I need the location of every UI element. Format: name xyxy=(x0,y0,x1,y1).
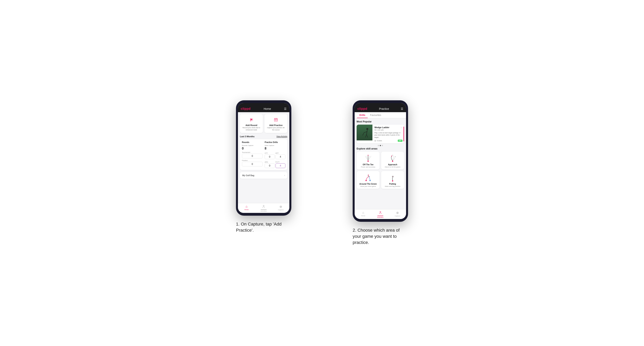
flag-icon xyxy=(248,116,255,123)
tab-favourites[interactable]: Favourites xyxy=(368,112,384,118)
svg-line-21 xyxy=(368,156,370,161)
app-logo-2: clippd xyxy=(358,107,367,111)
rounds-col: Rounds Rounds Capture 0 Tournament 0 Pra… xyxy=(242,141,263,168)
putt-value: 4 xyxy=(276,163,286,168)
nav-home-2[interactable]: ⌂ Home xyxy=(355,211,372,218)
phone2-section: clippd Practice ☰ Drills Favourites Most… xyxy=(330,100,431,245)
ott-value: 0 xyxy=(265,155,275,159)
golf-bag-row[interactable]: My Golf Bag › xyxy=(240,172,288,179)
svg-point-34 xyxy=(392,176,393,177)
period-label: Last 3 Months xyxy=(240,135,254,138)
putt-desc: Make and lag practice xyxy=(385,185,400,187)
featured-image xyxy=(356,125,372,140)
nav-activities[interactable]: Activities xyxy=(255,205,272,212)
view-activity-link[interactable]: View Activity xyxy=(276,136,288,138)
nav-home[interactable]: ⌂ Home xyxy=(238,205,255,212)
screen-content: Add Round Record your shots fast or enha… xyxy=(238,112,289,203)
skill-atg[interactable]: Around The Green Hone your short game xyxy=(356,171,380,189)
activities-icon-2 xyxy=(378,211,382,215)
tab-drills[interactable]: Drills xyxy=(357,112,368,118)
featured-content: Wedge Ladder ☆ 50–100 yds Play 1 shot at… xyxy=(372,125,404,143)
ott-name: Off The Tee xyxy=(363,164,374,166)
star-icon[interactable]: ☆ xyxy=(400,126,402,129)
svg-line-18 xyxy=(365,156,368,161)
svg-point-27 xyxy=(395,156,396,157)
tournament-value: 0 xyxy=(242,154,263,158)
approach-name: Approach xyxy=(388,164,397,166)
capture-icon-2: ⊕ xyxy=(396,211,399,215)
svg-point-6 xyxy=(276,120,276,121)
nav-capture-label: Capture xyxy=(278,209,284,211)
ott-label: OTT xyxy=(265,152,275,154)
featured-yardage: 50–100 yds xyxy=(374,129,402,131)
bottom-nav-1: ⌂ Home Activities xyxy=(238,203,289,213)
phone1-screen: clippd Home ☰ xyxy=(238,103,289,213)
skill-approach[interactable]: Approach Dial-in to hit the green xyxy=(381,152,404,170)
header-title: Home xyxy=(264,107,271,110)
svg-point-24 xyxy=(392,161,393,162)
svg-point-30 xyxy=(369,176,370,177)
drills-capture-label: Drills Capture xyxy=(265,145,286,146)
nav-home-label: Home xyxy=(244,209,248,210)
status-bar-2 xyxy=(355,103,406,105)
dot-3 xyxy=(382,145,383,146)
featured-footer: 9 shots APP xyxy=(374,140,402,142)
phone2-frame: clippd Practice ☰ Drills Favourites Most… xyxy=(353,100,408,222)
skill-grid: Off The Tee Power and accuracy xyxy=(356,152,404,189)
putt-name: Putting xyxy=(389,183,396,185)
phone1-frame: clippd Home ☰ xyxy=(236,100,291,216)
featured-card[interactable]: Wedge Ladder ☆ 50–100 yds Play 1 shot at… xyxy=(356,125,404,143)
svg-point-23 xyxy=(368,155,368,156)
golf-bag-label: My Golf Bag xyxy=(242,174,254,176)
phone2-screen: clippd Practice ☰ Drills Favourites Most… xyxy=(355,103,406,219)
svg-point-35 xyxy=(380,211,381,212)
featured-title: Wedge Ladder xyxy=(374,126,390,129)
svg-point-29 xyxy=(370,180,371,181)
practice-label: Practice xyxy=(242,160,263,161)
nav-activities-label: Activities xyxy=(260,210,267,212)
add-round-subtitle: Record your shots fast or enhanced mode xyxy=(242,127,261,131)
hamburger-icon-2[interactable]: ☰ xyxy=(401,107,403,110)
home-icon-2: ⌂ xyxy=(362,211,364,214)
add-practice-card[interactable]: Add Practice Capture your practice off-t… xyxy=(264,114,288,133)
shots-badge: 9 shots xyxy=(374,140,382,142)
add-round-title: Add Round xyxy=(246,124,257,126)
nav-capture-2[interactable]: ⊕ Capture xyxy=(389,211,406,218)
tabs-row: Drills Favourites xyxy=(355,112,406,118)
svg-point-26 xyxy=(392,155,393,156)
app-header-2: clippd Practice ☰ xyxy=(355,105,406,112)
page-wrapper: clippd Home ☰ xyxy=(213,100,431,245)
practice-value: 0 xyxy=(242,162,263,167)
shots-count: 9 shots xyxy=(377,140,382,142)
dots-row xyxy=(356,145,404,146)
svg-point-17 xyxy=(368,161,369,162)
nav-home-label-2: Home xyxy=(361,215,365,217)
approach-desc: Dial-in to hit the green xyxy=(385,166,400,168)
svg-line-19 xyxy=(367,156,368,161)
phone2-caption: 2. Choose which area of your game you wa… xyxy=(353,227,408,245)
atg-desc: Hone your short game xyxy=(360,185,376,187)
phone1-caption: 1. On Capture, tap 'Add Practice'. xyxy=(236,221,291,233)
skill-off-the-tee[interactable]: Off The Tee Power and accuracy xyxy=(356,152,380,170)
action-cards-row: Add Round Record your shots fast or enha… xyxy=(240,114,288,133)
home-icon: ⌂ xyxy=(246,205,248,208)
dot-2 xyxy=(380,145,381,146)
skill-putting[interactable]: Putting Make and lag practice xyxy=(381,171,404,189)
add-round-card[interactable]: Add Round Record your shots fast or enha… xyxy=(240,114,263,133)
featured-desc: Play 1 shot at each target yardage. If y… xyxy=(374,132,402,139)
stats-header: Last 3 Months View Activity xyxy=(240,135,288,138)
pink-accent-bar xyxy=(404,127,404,141)
hamburger-icon[interactable]: ☰ xyxy=(284,107,286,110)
atg-diagram xyxy=(363,173,373,183)
svg-point-25 xyxy=(391,156,392,157)
stats-columns: Rounds Rounds Capture 0 Tournament 0 Pra… xyxy=(242,141,286,168)
rounds-capture-value: 0 xyxy=(242,147,263,150)
nav-capture[interactable]: ⊕ Capture xyxy=(272,205,289,212)
drills-col: Practice Drills Drills Capture 8 OTT 0 xyxy=(265,141,286,168)
putt-label: PUTT xyxy=(276,161,286,163)
nav-activities-2[interactable]: Activities xyxy=(372,211,389,218)
activities-underline xyxy=(378,216,383,216)
bottom-nav-2: ⌂ Home Activities xyxy=(355,209,406,219)
phone1-section: clippd Home ☰ xyxy=(213,100,314,233)
rounds-capture-label: Rounds Capture xyxy=(242,145,263,146)
